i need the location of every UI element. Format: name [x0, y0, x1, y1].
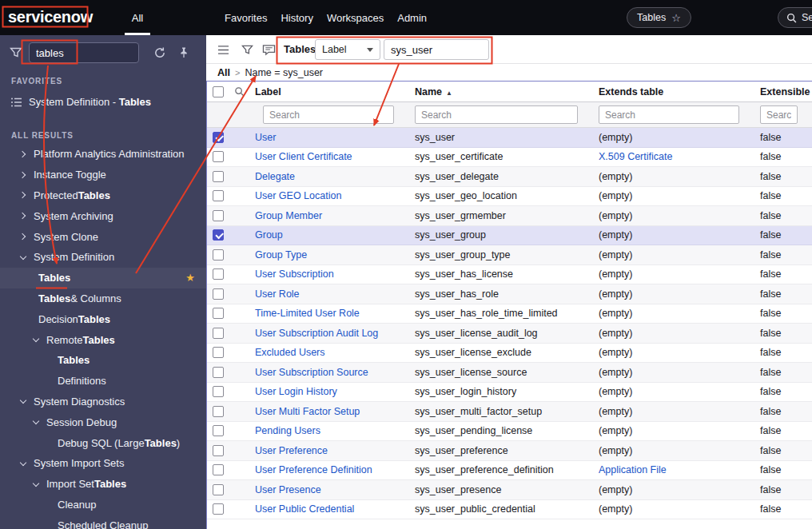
chevron-icon[interactable]	[18, 210, 29, 221]
row-label-link[interactable]: User Presence	[255, 484, 321, 495]
row-label-link[interactable]: User Subscription Source	[255, 367, 368, 378]
tree-item[interactable]: Platform Analytics Administration	[0, 144, 206, 165]
row-checkbox[interactable]	[213, 347, 224, 358]
chevron-icon[interactable]	[30, 416, 42, 428]
tree-item[interactable]: Import Set Tables	[0, 474, 206, 495]
row-label-link[interactable]: Excluded Users	[255, 347, 325, 358]
tree-item[interactable]: Remote Tables	[0, 329, 206, 350]
tree-item[interactable]: System Diagnostics	[0, 392, 206, 412]
tree-item[interactable]: Tables ★	[0, 268, 206, 288]
header-menu-item[interactable]: Favorites	[225, 12, 267, 24]
favorite-star-icon[interactable]: ★	[185, 272, 195, 284]
chevron-icon[interactable]	[18, 169, 29, 181]
context-pill[interactable]: Tables ☆	[627, 7, 691, 28]
row-checkbox[interactable]	[213, 386, 224, 397]
row-checkbox[interactable]	[213, 308, 224, 319]
pin-icon[interactable]	[177, 46, 190, 59]
tree-item[interactable]: Tables	[0, 350, 206, 371]
column-header-extensible[interactable]: Extensible	[754, 86, 812, 97]
chevron-icon[interactable]	[18, 458, 29, 469]
row-label-link[interactable]: User Multi Factor Setup	[255, 406, 360, 417]
tree-item[interactable]: Instance Toggle	[0, 165, 206, 185]
tree-item[interactable]: Protected Tables	[0, 185, 206, 206]
row-checkbox[interactable]	[213, 464, 224, 475]
header-menu-item[interactable]: Workspaces	[327, 12, 384, 24]
sidebar-filter-input[interactable]	[29, 42, 139, 63]
tree-item[interactable]: Tables & Columns	[0, 288, 206, 309]
tree-item[interactable]: System Archiving	[0, 205, 206, 226]
row-checkbox[interactable]	[213, 171, 224, 182]
column-header-extends[interactable]: Extends table	[592, 86, 754, 97]
row-label-link[interactable]: Group Member	[255, 210, 322, 221]
row-checkbox[interactable]	[213, 406, 224, 417]
tree-item[interactable]: Decision Tables	[0, 308, 206, 329]
all-menu[interactable]: All	[120, 0, 155, 35]
extends-column-search-input[interactable]	[599, 105, 739, 124]
row-label-link[interactable]: User Subscription Audit Log	[255, 328, 378, 339]
row-checkbox[interactable]	[213, 367, 224, 378]
tree-item[interactable]: Cleanup	[0, 495, 206, 515]
row-extends[interactable]: Application File	[599, 464, 667, 475]
row-extends[interactable]: X.509 Certificate	[599, 151, 672, 162]
search-field-select[interactable]: Label	[315, 39, 380, 60]
list-search-input[interactable]	[384, 39, 489, 60]
chevron-icon[interactable]	[30, 334, 42, 345]
tree-item[interactable]: Debug SQL (Large Tables)	[0, 432, 206, 453]
tree-item[interactable]: Definitions	[0, 371, 206, 392]
select-all-checkbox[interactable]	[213, 86, 224, 97]
row-label-link[interactable]: Delegate	[255, 171, 295, 182]
chevron-icon[interactable]	[18, 149, 29, 160]
row-checkbox[interactable]	[213, 503, 224, 515]
tree-item[interactable]: System Import Sets	[0, 453, 206, 474]
row-label-link[interactable]: Time-Limited User Role	[255, 308, 360, 319]
row-label-link[interactable]: User Login History	[255, 386, 337, 397]
row-label-link[interactable]: Pending Users	[255, 425, 320, 436]
row-label-link[interactable]: User GEO Location	[255, 190, 341, 201]
row-checkbox[interactable]	[213, 268, 224, 280]
global-search[interactable]: Sea	[778, 7, 812, 28]
row-checkbox[interactable]	[213, 328, 224, 339]
list-filter-icon[interactable]	[241, 44, 253, 56]
row-checkbox[interactable]	[213, 484, 224, 495]
column-header-name[interactable]: Name▲	[408, 86, 592, 97]
row-label-link[interactable]: User Subscription	[255, 268, 334, 280]
row-label-link[interactable]: User Public Credential	[255, 503, 354, 515]
row-checkbox[interactable]	[213, 229, 224, 241]
tree-item[interactable]: Scheduled Cleanup	[0, 515, 206, 529]
row-checkbox[interactable]	[213, 210, 224, 221]
column-search-icon[interactable]	[234, 86, 245, 97]
name-column-search-input[interactable]	[415, 105, 578, 124]
extensible-column-search-input[interactable]	[760, 105, 798, 124]
tree-item[interactable]: System Definition	[0, 247, 206, 268]
tree-item[interactable]: System Clone	[0, 226, 206, 247]
chevron-icon[interactable]	[18, 252, 29, 263]
breadcrumb-condition[interactable]: Name = sys_user	[245, 67, 323, 78]
header-menu-item[interactable]: History	[281, 12, 312, 24]
row-label-link[interactable]: User Preference	[255, 445, 328, 456]
refresh-icon[interactable]	[153, 46, 166, 59]
tree-item[interactable]: Session Debug	[0, 412, 206, 432]
chevron-icon[interactable]	[18, 231, 29, 242]
activity-stream-icon[interactable]	[262, 44, 276, 56]
row-label-link[interactable]: User Client Certificate	[255, 151, 352, 162]
list-menu-icon[interactable]	[217, 45, 229, 55]
servicenow-logo[interactable]: servicenow	[8, 8, 93, 26]
chevron-icon[interactable]	[30, 479, 42, 490]
row-label-link[interactable]: Group Type	[255, 249, 307, 261]
breadcrumb-all[interactable]: All	[217, 67, 230, 78]
row-label-link[interactable]: User	[255, 132, 276, 143]
row-checkbox[interactable]	[213, 132, 224, 143]
chevron-icon[interactable]	[18, 396, 29, 407]
row-checkbox[interactable]	[213, 249, 224, 261]
row-label-link[interactable]: User Role	[255, 288, 300, 300]
favorite-item[interactable]: System Definition - Tables	[0, 92, 206, 112]
header-menu-item[interactable]: Admin	[397, 12, 427, 24]
row-checkbox[interactable]	[213, 151, 224, 162]
row-label-link[interactable]: User Preference Definition	[255, 464, 372, 475]
row-checkbox[interactable]	[213, 288, 224, 300]
chevron-icon[interactable]	[18, 189, 29, 201]
column-header-label[interactable]: Label	[249, 86, 408, 97]
row-checkbox[interactable]	[213, 425, 224, 436]
label-column-search-input[interactable]	[263, 105, 394, 124]
row-label-link[interactable]: Group	[255, 229, 283, 241]
